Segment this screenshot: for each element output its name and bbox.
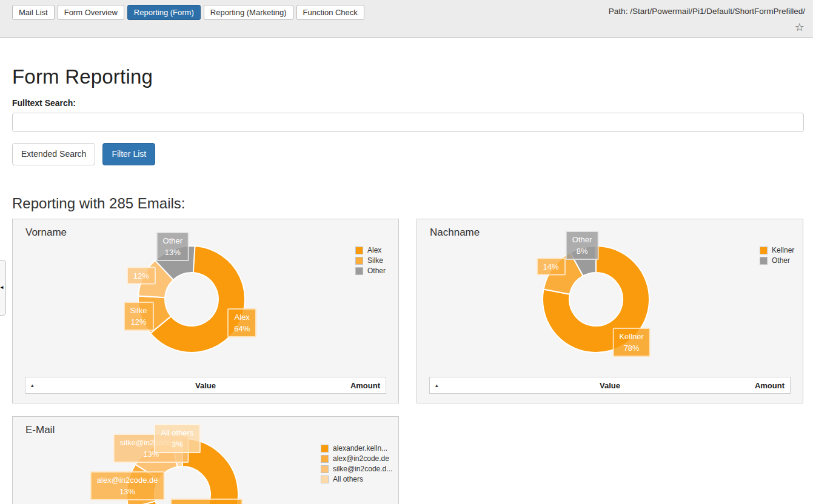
slice-label: Kellner78% — [612, 328, 650, 357]
chart-panels: VornameAlex64%Silke12%12%Other13%AlexSil… — [12, 219, 804, 504]
chart-panel-vorname: VornameAlex64%Silke12%12%Other13%AlexSil… — [12, 219, 399, 403]
filter-list-button[interactable]: Filter List — [102, 143, 155, 165]
tab-bar: Mail ListForm OverviewReporting (Form)Re… — [12, 5, 364, 20]
extended-search-button[interactable]: Extended Search — [12, 143, 95, 165]
slice-label: Alex64% — [227, 308, 256, 337]
legend-label: Silke — [367, 256, 383, 265]
collapse-arrow-icon: ◄ — [0, 285, 4, 290]
chart-panel-nachname: NachnameKellner78%14%Other8%KellnerOther… — [417, 219, 803, 403]
legend-swatch-icon — [355, 247, 363, 254]
legend-swatch-icon — [321, 465, 329, 473]
slice-label: 14% — [537, 257, 566, 275]
legend-swatch-icon — [321, 476, 329, 483]
legend-swatch-icon — [355, 267, 363, 275]
slice-label: alex@in2code.de13% — [90, 471, 165, 500]
legend-label: Other — [772, 256, 790, 265]
legend-item: Other — [355, 267, 386, 275]
tab-reporting-form[interactable]: Reporting (Form) — [127, 5, 201, 20]
search-buttons-row: Extended Search Filter List — [12, 143, 801, 165]
favorite-star-icon[interactable]: ☆ — [795, 22, 805, 33]
tab-mail-list[interactable]: Mail List — [12, 5, 55, 20]
legend-label: Other — [367, 267, 386, 275]
fulltext-search-label: Fulltext Search: — [12, 98, 801, 108]
legend-swatch-icon — [760, 257, 768, 265]
chart-legend: KellnerOther — [760, 246, 794, 267]
slice-label: Other8% — [566, 231, 599, 260]
legend-swatch-icon — [321, 455, 329, 463]
legend-item: alexander.kelln... — [321, 444, 392, 453]
legend-swatch-icon — [760, 247, 768, 254]
legend-item: All others — [321, 475, 392, 483]
chart-panel-e-mail: E-Mailalexander.kelln...71%alex@in2code.… — [12, 416, 399, 504]
page-title: Form Reporting — [12, 65, 801, 88]
slice-label: alexander.kelln...71% — [170, 499, 243, 504]
chart-legend: AlexSilkeOther — [355, 246, 386, 277]
legend-label: Kellner — [772, 246, 794, 254]
legend-item: Other — [760, 256, 794, 265]
tab-reporting-marketing[interactable]: Reporting (Marketing) — [204, 5, 293, 20]
slice-label: Other13% — [156, 232, 190, 261]
column-header-value[interactable]: Value — [430, 381, 790, 390]
column-header-amount[interactable]: Amount — [755, 381, 785, 390]
results-table-header: ▴ValueAmount — [25, 377, 386, 394]
legend-swatch-icon — [355, 257, 363, 265]
legend-item: Alex — [355, 246, 386, 254]
legend-label: All others — [333, 475, 363, 483]
legend-label: silke@in2code.d... — [333, 465, 392, 473]
column-header-amount[interactable]: Amount — [350, 381, 380, 390]
legend-item: silke@in2code.d... — [321, 465, 392, 473]
tab-function-check[interactable]: Function Check — [296, 5, 364, 20]
breadcrumb-path: Path: /Start/Powermail/Pi1/Default/Short… — [609, 7, 805, 16]
chart-legend: alexander.kelln...alex@in2code.desilke@i… — [321, 444, 392, 485]
legend-item: Kellner — [760, 246, 794, 254]
slice-label: 12% — [127, 267, 156, 284]
top-toolbar: Mail ListForm OverviewReporting (Form)Re… — [0, 0, 813, 38]
slice-label: All others3% — [154, 424, 200, 453]
fulltext-search-input[interactable] — [12, 113, 804, 132]
legend-label: alexander.kelln... — [333, 444, 387, 453]
legend-label: Alex — [367, 246, 381, 254]
legend-label: alex@in2code.de — [333, 454, 389, 463]
results-table-header: ▴ValueAmount — [429, 377, 791, 394]
tab-form-overview[interactable]: Form Overview — [58, 5, 124, 20]
reporting-heading: Reporting with 285 Emails: — [12, 195, 801, 212]
slice-label: Silke12% — [123, 302, 153, 331]
main-content: Form Reporting Fulltext Search: Extended… — [0, 65, 813, 504]
legend-item: Silke — [355, 256, 386, 265]
column-header-value[interactable]: Value — [25, 381, 386, 390]
left-panel-toggle[interactable]: ◄ — [0, 260, 6, 316]
legend-swatch-icon — [321, 445, 329, 453]
legend-item: alex@in2code.de — [321, 454, 392, 463]
